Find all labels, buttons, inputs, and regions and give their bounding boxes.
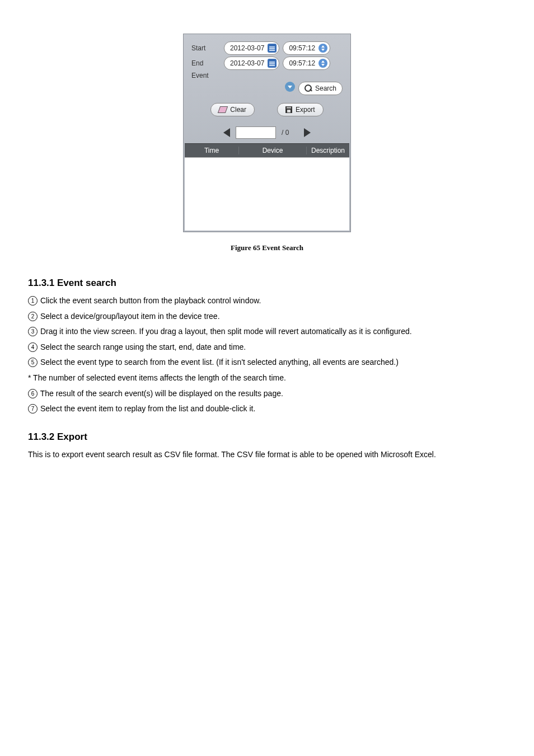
results-table-header: Time Device Description — [185, 143, 349, 157]
spinner-icon[interactable] — [318, 44, 327, 53]
chevron-down-icon — [288, 86, 292, 88]
step-note: * The number of selected event items aff… — [28, 373, 506, 384]
step-text: Select the search range using the start,… — [38, 342, 246, 351]
save-icon — [285, 106, 292, 113]
end-row: End 2012-03-07 09:57:12 — [191, 57, 343, 70]
step-1: 1 Click the event search button from the… — [28, 295, 506, 307]
step-text: Select a device/group/layout item in the… — [38, 312, 220, 321]
end-time-input[interactable]: 09:57:12 — [283, 57, 330, 70]
step-7: 7 Select the event item to replay from t… — [28, 403, 506, 415]
calendar-icon[interactable] — [268, 59, 277, 68]
event-label: Event — [191, 72, 224, 79]
step-5: 5 Select the event type to search from t… — [28, 357, 506, 368]
column-time: Time — [185, 147, 239, 154]
event-row: Event — [191, 72, 343, 79]
end-date-value: 2012-03-07 — [230, 59, 264, 67]
heading-export: 11.3.2 Export — [28, 431, 506, 443]
page-prev-button[interactable] — [223, 128, 230, 137]
search-button[interactable]: Search — [298, 82, 343, 95]
start-row: Start 2012-03-07 09:57:12 — [191, 41, 343, 55]
step-2: 2 Select a device/group/layout item in t… — [28, 311, 506, 322]
search-icon — [305, 84, 312, 92]
end-date-input[interactable]: 2012-03-07 — [224, 57, 279, 70]
spinner-icon[interactable] — [318, 59, 327, 68]
end-time-value: 09:57:12 — [289, 59, 315, 67]
step-num: 7 — [28, 404, 38, 414]
step-text: The result of the search event(s) will b… — [38, 389, 283, 398]
clear-button[interactable]: Clear — [210, 103, 255, 116]
eraser-icon — [218, 106, 228, 113]
results-table-body[interactable] — [185, 157, 349, 231]
page-next-button[interactable] — [304, 128, 311, 137]
event-search-panel: Start 2012-03-07 09:57:12 End 2012-03-07… — [183, 34, 351, 232]
export-body: This is to export event search result as… — [28, 449, 506, 461]
step-text: Select the event item to replay from the… — [38, 404, 255, 413]
step-num: 4 — [28, 342, 38, 352]
calendar-icon[interactable] — [268, 44, 277, 53]
step-4: 4 Select the search range using the star… — [28, 342, 506, 353]
event-dropdown-button[interactable] — [285, 82, 295, 92]
start-label: Start — [191, 44, 224, 52]
step-num: 2 — [28, 312, 38, 321]
step-6: 6 The result of the search event(s) will… — [28, 388, 506, 400]
page-number-input[interactable] — [236, 126, 276, 139]
pager: / 0 — [191, 126, 343, 139]
start-date-value: 2012-03-07 — [230, 44, 264, 52]
step-text: Drag it into the view screen. If you dra… — [38, 327, 412, 336]
column-description: Description — [307, 147, 349, 154]
step-3: 3 Drag it into the view screen. If you d… — [28, 326, 506, 337]
step-text: Click the event search button from the p… — [38, 296, 261, 305]
export-button[interactable]: Export — [277, 103, 324, 116]
start-time-input[interactable]: 09:57:12 — [283, 41, 330, 55]
action-buttons-row: Clear Export — [185, 103, 349, 116]
step-num: 3 — [28, 327, 38, 336]
search-button-label: Search — [315, 84, 336, 92]
step-text: Select the event type to search from the… — [38, 358, 399, 367]
start-date-input[interactable]: 2012-03-07 — [224, 41, 279, 55]
export-button-label: Export — [296, 106, 315, 114]
heading-event-search: 11.3.1 Event search — [28, 278, 506, 289]
end-label: End — [191, 59, 224, 67]
event-controls: Search — [191, 82, 343, 95]
figure-caption: Figure 65 Event Search — [28, 243, 506, 252]
column-device: Device — [239, 147, 307, 154]
page-total: / 0 — [282, 129, 298, 137]
clear-button-label: Clear — [230, 106, 246, 114]
step-num: 6 — [28, 389, 38, 398]
start-time-value: 09:57:12 — [289, 44, 315, 52]
step-num: 5 — [28, 358, 38, 367]
step-num: 1 — [28, 296, 38, 306]
